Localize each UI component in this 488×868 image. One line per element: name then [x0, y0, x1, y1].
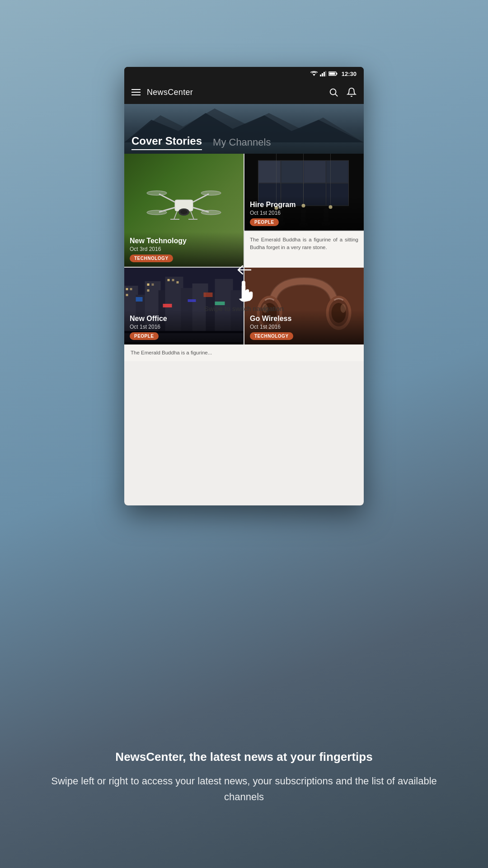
svg-rect-70 — [172, 279, 174, 281]
bottom-snippet: The Emerald Buddha is a figurine... — [124, 344, 364, 361]
battery-icon — [328, 71, 338, 76]
status-bar: 12:30 — [124, 67, 364, 80]
svg-rect-64 — [130, 288, 132, 290]
tab-cover-stories[interactable]: Cover Stories — [131, 135, 202, 150]
card-new-technology-title: New Technology — [130, 236, 238, 245]
svg-rect-73 — [163, 304, 172, 307]
menu-button[interactable] — [131, 89, 141, 95]
card-new-technology-tag: TECHNOLOGY — [130, 255, 173, 262]
card-go-wireless-date: Oct 1st 2016 — [250, 324, 358, 330]
svg-rect-3 — [324, 72, 325, 76]
svg-rect-2 — [322, 73, 323, 76]
tab-my-channels[interactable]: My Channels — [213, 137, 271, 150]
card-go-wireless-tag: TECHNOLOGY — [250, 332, 293, 340]
card-new-office-title: New Office — [130, 314, 238, 323]
svg-marker-0 — [313, 74, 315, 76]
card-new-office[interactable]: New Office Oct 1st 2016 PEOPLE — [124, 268, 244, 344]
svg-line-23 — [174, 211, 177, 219]
bottom-title: NewsCenter, the latest news at your fing… — [36, 750, 452, 764]
svg-rect-1 — [320, 75, 321, 76]
svg-line-24 — [191, 211, 194, 219]
svg-rect-67 — [152, 283, 154, 286]
svg-rect-78 — [204, 292, 213, 297]
hero-area: Cover Stories My Channels — [124, 104, 364, 154]
svg-point-20 — [201, 191, 221, 195]
svg-rect-6 — [336, 73, 337, 75]
card-grid-bottom: New Office Oct 1st 2016 PEOPLE — [124, 268, 364, 344]
svg-rect-35 — [304, 161, 326, 183]
app-title: NewsCenter — [147, 88, 193, 97]
svg-rect-68 — [147, 289, 150, 292]
signal-icon — [320, 71, 326, 76]
card-hire-program[interactable]: Hire Program Oct 1st 2016 PEOPLE — [244, 154, 364, 231]
svg-point-22 — [201, 210, 221, 215]
svg-rect-33 — [259, 161, 281, 183]
card-go-wireless[interactable]: Go Wireless Oct 1st 2016 TECHNOLOGY — [244, 268, 364, 344]
svg-point-14 — [180, 210, 188, 214]
svg-rect-4 — [325, 71, 326, 76]
text-snippet: The Emerald Buddha is a figurine of a si… — [244, 231, 364, 268]
svg-rect-65 — [126, 294, 128, 296]
card-grid-top: New Technology Oct 3rd 2016 TECHNOLOGY — [124, 154, 364, 268]
svg-rect-74 — [188, 299, 196, 302]
svg-point-19 — [147, 191, 167, 195]
card-hire-title: Hire Program — [250, 200, 358, 209]
svg-line-9 — [335, 94, 338, 96]
card-new-office-date: Oct 1st 2016 — [130, 324, 238, 330]
svg-rect-63 — [126, 288, 128, 290]
content-area: New Technology Oct 3rd 2016 TECHNOLOGY — [124, 154, 364, 505]
svg-point-8 — [330, 89, 336, 95]
svg-rect-34 — [282, 161, 303, 183]
wifi-icon — [310, 71, 318, 76]
search-icon[interactable] — [328, 87, 338, 97]
svg-rect-36 — [327, 161, 348, 183]
card-hire-date: Oct 1st 2016 — [250, 210, 358, 216]
card-new-technology[interactable]: New Technology Oct 3rd 2016 TECHNOLOGY — [124, 154, 244, 267]
svg-rect-71 — [177, 281, 179, 283]
svg-rect-66 — [147, 283, 150, 286]
card-new-office-tag: PEOPLE — [130, 332, 159, 340]
bottom-text: Swipe left or right to access your lates… — [36, 773, 452, 805]
drone-illustration — [139, 175, 229, 234]
svg-point-21 — [147, 210, 167, 215]
bottom-description: NewsCenter, the latest news at your fing… — [0, 732, 488, 823]
status-time: 12:30 — [342, 71, 357, 77]
svg-rect-77 — [136, 297, 143, 302]
svg-rect-69 — [168, 279, 170, 281]
top-nav: NewsCenter — [124, 80, 364, 104]
notification-icon[interactable] — [347, 87, 357, 97]
card-hire-tag: PEOPLE — [250, 218, 279, 226]
svg-rect-75 — [215, 302, 225, 305]
card-new-technology-date: Oct 3rd 2016 — [130, 246, 238, 252]
card-go-wireless-title: Go Wireless — [250, 314, 358, 323]
svg-rect-7 — [329, 73, 335, 75]
